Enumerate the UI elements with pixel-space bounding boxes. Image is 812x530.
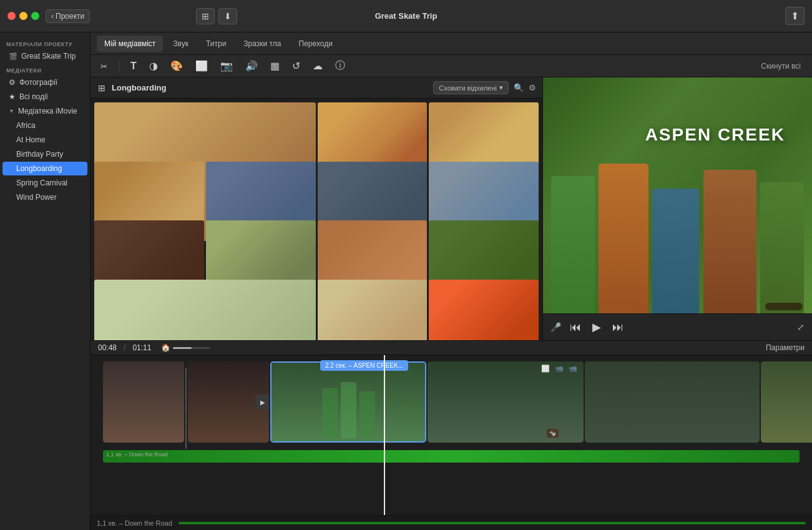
speed-button[interactable]: ▦: [267, 57, 283, 74]
grid-icon: ⊞: [98, 83, 105, 93]
chart-icon: ▦: [270, 61, 280, 71]
timeline-clip[interactable]: 📹 📹 ⬜ 🐄: [428, 361, 584, 443]
timeline-clip[interactable]: [103, 361, 184, 443]
search-button[interactable]: 🔍: [514, 83, 524, 92]
gear-icon: ⚙: [529, 83, 536, 92]
sidebar-item-project[interactable]: 🎬 Great Skate Trip: [2, 49, 87, 63]
clip-tooltip: 2.2 сек. – ASPEN CREEK...: [320, 360, 408, 371]
volume-icon: 🔊: [245, 61, 258, 71]
play-icon: ▶: [592, 321, 601, 333]
timeline-clip[interactable]: [761, 361, 812, 443]
sidebar-item-spring-carnival[interactable]: Spring Carnival: [2, 176, 87, 190]
crop-icon: ⬜: [195, 61, 208, 71]
sidebar-item-imovie-library[interactable]: ▼ Медіатека iMovie: [2, 104, 87, 118]
download-button[interactable]: ⬇: [218, 8, 237, 24]
volume-slider[interactable]: [173, 347, 210, 349]
layout-icon: ⊞: [202, 11, 209, 21]
media-thumb[interactable]: [206, 162, 316, 230]
volume-slider-icon: 🏠: [161, 343, 170, 352]
reset-all-button[interactable]: Скинути всі: [756, 59, 806, 73]
color-wheel-button[interactable]: ◑: [145, 57, 162, 74]
layout-toggle-button[interactable]: ⊞: [196, 8, 215, 24]
gear-icon: ⚙: [9, 78, 16, 87]
search-icon: 🔍: [514, 83, 524, 92]
tab-titles[interactable]: Титри: [198, 36, 233, 52]
stabilize-button[interactable]: 📷: [217, 57, 237, 74]
microphone-button[interactable]: 🎤: [550, 322, 561, 332]
window-title: Great Skate Trip: [375, 11, 438, 21]
sidebar-item-africa[interactable]: Africa: [2, 119, 87, 132]
media-thumb[interactable]: [318, 162, 428, 230]
crop-button[interactable]: ⬜: [192, 57, 212, 74]
timeline-tracks[interactable]: 2.2 сек. – ASPEN CREEK...: [90, 355, 812, 515]
media-thumb[interactable]: [318, 102, 428, 171]
toolbar-separator: [119, 60, 119, 72]
maximize-button[interactable]: [31, 12, 39, 20]
preview-controls: 🎤 ⏮ ▶ ⏭ ⤢: [543, 313, 812, 340]
library-section-label: МЕДІАТЕКИ: [0, 64, 90, 75]
audio-track-label: 1,1 хв. – Down the Road: [106, 451, 168, 458]
chevron-down-icon: ▾: [499, 84, 503, 92]
sidebar-item-longboarding[interactable]: Longboarding: [2, 162, 87, 175]
skip-forward-icon: ⏭: [612, 321, 624, 333]
media-settings-button[interactable]: ⚙: [529, 83, 536, 92]
fullscreen-icon: ⤢: [797, 322, 805, 332]
titlebar-tools: ⊞ ⬇: [196, 8, 237, 24]
timeline-header: 00:48 / 01:11 🏠 Параметри: [90, 341, 812, 355]
palette-icon: 🎨: [170, 61, 183, 71]
media-thumb[interactable]: [318, 280, 428, 341]
back-button[interactable]: ‹ Проекти: [46, 9, 90, 23]
info-icon: ⓘ: [335, 60, 345, 71]
skip-back-icon: ⏮: [570, 321, 581, 333]
microphone-icon: 🎤: [550, 322, 561, 332]
volume-button[interactable]: 🔊: [242, 57, 262, 74]
play-pause-button[interactable]: ▶: [590, 319, 604, 335]
tab-transitions[interactable]: Переходи: [291, 36, 340, 52]
timeline-clip-selected[interactable]: [270, 361, 426, 443]
media-thumb[interactable]: [94, 220, 204, 289]
tab-backgrounds[interactable]: Зразки тла: [236, 36, 288, 52]
skip-forward-button[interactable]: ⏭: [610, 320, 626, 335]
sidebar: МАТЕРІАЛИ ПРОЕКТУ 🎬 Great Skate Trip МЕД…: [0, 32, 90, 530]
media-thumb[interactable]: [429, 220, 539, 289]
media-thumb[interactable]: [429, 280, 539, 341]
titlebar: ‹ Проекти ⊞ ⬇ Great Skate Trip ⬆: [0, 0, 812, 32]
sidebar-item-photos[interactable]: ⚙ Фотографії: [2, 76, 87, 89]
media-browser: ⊞ Longboarding Сховати відхилені ▾ 🔍 ⚙: [90, 77, 543, 340]
traffic-lights: [0, 12, 39, 20]
editing-toolbar: ✂ T ◑ 🎨 ⬜ 📷 🔊 ▦: [90, 55, 812, 77]
sidebar-item-wind-power[interactable]: Wind Power: [2, 190, 87, 204]
media-thumb[interactable]: [94, 280, 316, 341]
media-thumb[interactable]: [318, 220, 428, 289]
sidebar-item-all-events[interactable]: ★ Всі події: [2, 90, 87, 104]
fullscreen-button[interactable]: ⤢: [797, 322, 805, 332]
timeline-area: 00:48 / 01:11 🏠 Параметри: [90, 340, 812, 515]
minimize-button[interactable]: [19, 12, 27, 20]
timeline-clip[interactable]: [585, 361, 760, 443]
sidebar-item-birthday-party[interactable]: Birthday Party: [2, 147, 87, 161]
info-button[interactable]: ⓘ: [331, 57, 349, 75]
hide-rejected-button[interactable]: Сховати відхилені ▾: [433, 81, 509, 94]
close-button[interactable]: [7, 12, 16, 20]
media-thumb[interactable]: [429, 102, 539, 171]
share-button[interactable]: ⬆: [785, 7, 805, 25]
params-button[interactable]: Параметри: [766, 343, 805, 352]
total-timecode: 01:11: [132, 343, 151, 352]
crop-tool-button[interactable]: ✂: [97, 58, 111, 74]
tab-my-media[interactable]: Мій медіавміст: [97, 36, 163, 52]
timeline-clip[interactable]: ▶: [188, 361, 269, 443]
tab-audio[interactable]: Звук: [165, 36, 196, 52]
media-thumb[interactable]: [206, 220, 316, 289]
content-area: Мій медіавміст Звук Титри Зразки тла Пер…: [90, 32, 812, 530]
effects-button[interactable]: ☁: [309, 57, 326, 74]
text-tool-button[interactable]: T: [127, 58, 140, 74]
skip-back-button[interactable]: ⏮: [567, 320, 584, 335]
grid-view-button[interactable]: ⊞: [97, 82, 107, 94]
sidebar-item-at-home[interactable]: At Home: [2, 133, 87, 147]
media-toolbar: ⊞ Longboarding Сховати відхилені ▾ 🔍 ⚙: [90, 77, 542, 99]
media-thumb[interactable]: [94, 162, 204, 230]
noise-reduction-button[interactable]: ↺: [288, 57, 304, 74]
color-board-button[interactable]: 🎨: [167, 57, 187, 74]
timeline-clips-row: ▶: [90, 355, 812, 449]
media-thumb[interactable]: 11,5 сек.: [429, 162, 539, 230]
